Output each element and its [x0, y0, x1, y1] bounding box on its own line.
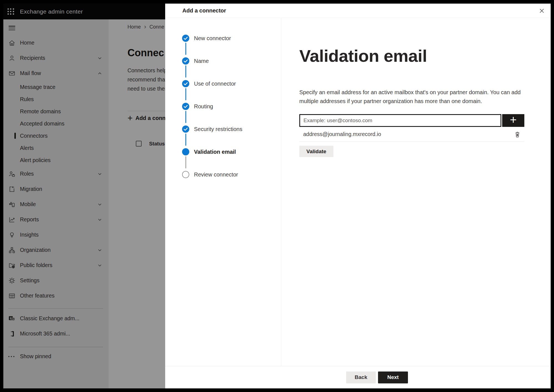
step-new-connector[interactable]: New connector: [165, 27, 281, 50]
close-icon[interactable]: [537, 6, 546, 15]
delete-address-button[interactable]: [513, 130, 522, 139]
dialog-body: New connector Name Use of connector: [165, 18, 551, 366]
step-upcoming-circle-icon: [182, 171, 189, 178]
dialog-header: Add a connector: [165, 4, 551, 18]
step-complete-check-icon: [182, 125, 189, 133]
step-use-of-connector[interactable]: Use of connector: [165, 72, 281, 95]
plus-icon: +: [510, 114, 517, 125]
step-review-connector[interactable]: Review connector: [165, 163, 281, 186]
app-window: Exchange admin center Home Recipients: [3, 4, 551, 388]
step-complete-check-icon: [182, 80, 189, 87]
next-button[interactable]: Next: [378, 371, 408, 383]
added-address-row: address@journaling.mxrecord.io: [299, 127, 524, 142]
trash-icon: [514, 131, 520, 138]
add-email-button[interactable]: +: [502, 114, 524, 127]
step-complete-check-icon: [182, 103, 189, 110]
validation-email-panel: Validation email Specify an email addres…: [281, 18, 551, 366]
step-heading: Validation email: [299, 46, 524, 66]
screenshot-root: { "colors":{ "accent":"#0c79d2", "topbar…: [0, 0, 554, 392]
dialog-title: Add a connector: [182, 7, 226, 14]
added-address-value: address@journaling.mxrecord.io: [303, 131, 513, 137]
step-security-restrictions[interactable]: Security restrictions: [165, 118, 281, 140]
email-input-row: +: [299, 114, 524, 127]
step-description: Specify an email address for an active m…: [299, 88, 524, 106]
dialog-footer: Back Next: [165, 366, 551, 388]
step-name[interactable]: Name: [165, 50, 281, 72]
validate-button[interactable]: Validate: [299, 146, 333, 157]
step-complete-check-icon: [182, 57, 189, 65]
step-routing[interactable]: Routing: [165, 95, 281, 118]
step-complete-check-icon: [182, 35, 189, 42]
step-validation-email[interactable]: Validation email: [165, 140, 281, 163]
validation-email-input[interactable]: [299, 114, 501, 127]
add-connector-dialog: Add a connector New connector Name: [165, 4, 551, 388]
back-button[interactable]: Back: [346, 371, 376, 383]
wizard-stepper: New connector Name Use of connector: [165, 18, 281, 366]
step-current-dot-icon: [182, 148, 189, 155]
